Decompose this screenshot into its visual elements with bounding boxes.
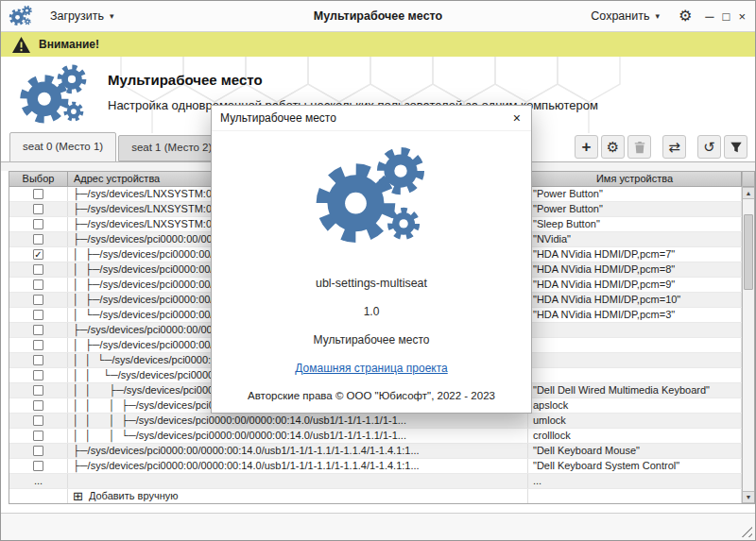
add-manually-row[interactable]: ⊞ Добавить вручную: [9, 489, 742, 503]
scrollbar-thumb[interactable]: [744, 214, 753, 290]
device-checkbox[interactable]: [33, 219, 43, 229]
device-path: ├─/sys/devices/pci0000:00/0000:00:14.0/u…: [68, 459, 528, 473]
device-checkbox[interactable]: [33, 340, 43, 350]
trash-icon: [633, 141, 646, 154]
plus-icon: +: [582, 139, 592, 155]
device-settings-button[interactable]: ⚙: [601, 135, 625, 159]
device-name: [528, 368, 742, 382]
device-checkbox[interactable]: ✓: [33, 249, 43, 260]
device-path: │ │ │ └─/sys/devices/pci0000:00/0000:00:…: [68, 429, 528, 443]
warning-text: Внимание!: [39, 38, 99, 51]
dialog-title: Мультирабочее место: [220, 111, 511, 125]
table-row[interactable]: ├─/sys/devices/pci0000:00/0000:00:14.0/u…: [9, 444, 742, 459]
device-checkbox[interactable]: [33, 446, 43, 456]
device-name: "Power Button": [528, 187, 742, 201]
device-name: "Sleep Button": [528, 217, 742, 231]
close-button[interactable]: ×: [738, 10, 746, 23]
device-name: "Dell Dell Wired Multimedia Keyboard": [528, 383, 742, 397]
swap-arrows-icon: ⇄: [668, 139, 680, 156]
page-title: Мультирабочее место: [108, 72, 263, 88]
scroll-down-button[interactable]: ▼: [743, 491, 754, 503]
warning-banner: Внимание!: [1, 32, 755, 57]
add-manually-label: Добавить вручную: [89, 489, 179, 503]
add-device-button[interactable]: +: [575, 135, 598, 159]
app-id: ubl-settings-multiseat: [316, 277, 427, 290]
table-row[interactable]: │ │ │ ├─/sys/devices/pci0000:00/0000:00:…: [9, 414, 742, 429]
device-checkbox[interactable]: [33, 189, 43, 199]
device-toolbar: + ⚙ ⇄ ↺: [572, 135, 747, 159]
device-name: "Dell Keyboard Mouse": [528, 444, 742, 458]
load-button-label: Загрузить: [50, 9, 104, 23]
device-checkbox[interactable]: [33, 325, 43, 335]
about-logo-icon: [313, 139, 430, 260]
device-checkbox[interactable]: [33, 431, 43, 441]
table-row[interactable]: │ │ │ └─/sys/devices/pci0000:00/0000:00:…: [9, 429, 742, 444]
chevron-down-icon: ▾: [110, 11, 114, 21]
app-window: Загрузить ▾ Мультирабочее место Сохранит…: [0, 0, 756, 541]
device-checkbox[interactable]: [33, 234, 43, 245]
device-name: "Dell Keyboard System Control": [528, 459, 742, 473]
device-checkbox[interactable]: [33, 400, 43, 411]
tab-seat-0[interactable]: seat 0 (Место 1): [9, 132, 116, 162]
app-logo-icon: [9, 4, 33, 28]
maximize-button[interactable]: □: [723, 10, 730, 23]
header-logo-icon: [18, 59, 90, 133]
undo-icon: ↺: [703, 139, 715, 156]
device-name: "HDA NVidia HDMI/DP,pcm=7": [528, 247, 742, 262]
device-checkbox[interactable]: [33, 385, 43, 396]
scroll-up-button[interactable]: ▲: [743, 187, 754, 199]
device-checkbox[interactable]: [33, 310, 43, 320]
dialog-titlebar: Мультирабочее место ×: [212, 106, 531, 131]
table-row-ellipsis: ... ...: [9, 474, 742, 489]
device-name: crolllock: [528, 429, 742, 443]
resize-grip[interactable]: [740, 525, 752, 537]
table-row[interactable]: ├─/sys/devices/pci0000:00/0000:00:14.0/u…: [9, 459, 742, 474]
device-name: [528, 353, 742, 367]
delete-device-button[interactable]: [627, 135, 651, 159]
column-header-name[interactable]: Имя устройства: [528, 172, 742, 186]
device-checkbox[interactable]: [33, 264, 43, 275]
settings-gear-icon[interactable]: ⚙: [679, 8, 692, 24]
warning-icon: [12, 37, 30, 53]
device-name: "Power Button": [528, 202, 742, 216]
device-path: │ │ │ ├─/sys/devices/pci0000:00/0000:00:…: [68, 414, 528, 428]
filter-button[interactable]: [724, 135, 747, 159]
device-name: [528, 338, 742, 352]
device-checkbox[interactable]: [33, 370, 43, 380]
filter-funnel-icon: [730, 141, 743, 154]
device-checkbox[interactable]: [33, 279, 43, 290]
device-checkbox[interactable]: [33, 415, 43, 426]
device-name: "HDA NVidia HDMI/DP,pcm=3": [528, 308, 742, 322]
load-button[interactable]: Загрузить ▾: [44, 6, 120, 26]
app-version: 1.0: [364, 305, 380, 318]
homepage-link[interactable]: Домашняя страница проекта: [295, 362, 447, 375]
tab-seat-1[interactable]: seat 1 (Место 2): [118, 135, 225, 161]
scrollbar-corner: [743, 172, 754, 187]
device-checkbox[interactable]: [33, 204, 43, 214]
device-name: "NVidia": [528, 232, 742, 246]
device-name: "HDA NVidia HDMI/DP,pcm=8": [528, 262, 742, 277]
scrollbar-track[interactable]: [743, 199, 754, 491]
device-checkbox[interactable]: [33, 295, 43, 305]
vertical-scrollbar[interactable]: ▲ ▼: [742, 172, 754, 503]
titlebar: Загрузить ▾ Мультирабочее место Сохранит…: [1, 1, 755, 32]
swap-seats-button[interactable]: ⇄: [662, 135, 686, 159]
undo-button[interactable]: ↺: [697, 135, 721, 159]
save-button-label: Сохранить: [591, 9, 649, 23]
ellipsis-select: ...: [9, 474, 68, 488]
dialog-close-button[interactable]: ×: [511, 111, 523, 125]
device-name: [528, 323, 742, 337]
device-checkbox[interactable]: [33, 355, 43, 365]
minimize-button[interactable]: ─: [705, 10, 713, 23]
device-name: "HDA NVidia HDMI/DP,pcm=10": [528, 293, 742, 307]
add-box-icon: ⊞: [73, 490, 83, 502]
device-path: ├─/sys/devices/pci0000:00/0000:00:14.0/u…: [68, 444, 528, 458]
gear-icon: ⚙: [607, 139, 619, 156]
device-name: apslock: [528, 398, 742, 413]
status-bar: [1, 513, 755, 540]
device-checkbox[interactable]: [33, 461, 43, 471]
ellipsis-name: ...: [528, 474, 742, 488]
save-button[interactable]: Сохранить ▾: [585, 6, 665, 26]
column-header-select[interactable]: Выбор: [9, 172, 68, 186]
about-dialog: Мультирабочее место × ubl-settings-multi…: [211, 105, 532, 414]
